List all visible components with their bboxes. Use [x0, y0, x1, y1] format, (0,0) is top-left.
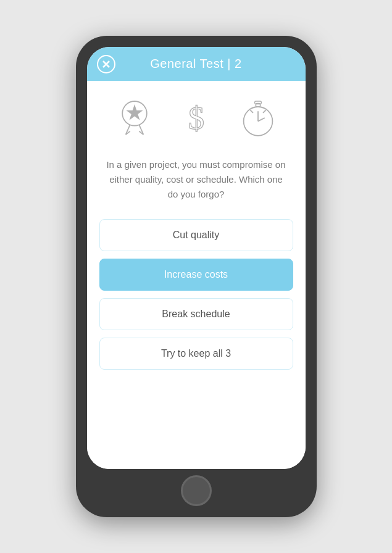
options-list: Cut quality Increase costs Break schedul…	[99, 219, 293, 370]
close-button[interactable]	[97, 55, 115, 73]
svg-text:$: $	[188, 100, 204, 136]
svg-line-15	[263, 110, 266, 113]
svg-line-14	[250, 110, 253, 113]
cost-dollar-icon: $	[174, 96, 219, 140]
option-increase-costs[interactable]: Increase costs	[99, 259, 293, 291]
app-header: General Test | 2	[87, 47, 306, 81]
svg-marker-3	[127, 106, 141, 119]
option-keep-all-3[interactable]: Try to keep all 3	[99, 338, 293, 370]
quality-medal-icon	[112, 96, 157, 140]
schedule-clock-icon	[236, 96, 280, 140]
svg-line-13	[258, 118, 265, 121]
option-cut-quality[interactable]: Cut quality	[99, 219, 293, 251]
option-break-schedule[interactable]: Break schedule	[99, 298, 293, 330]
icons-row: $	[112, 96, 280, 140]
question-text: In a given project, you must compromise …	[99, 157, 293, 202]
header-title: General Test | 2	[150, 57, 241, 71]
main-content: $	[87, 81, 306, 469]
phone-frame: General Test | 2	[76, 36, 317, 517]
phone-screen: General Test | 2	[87, 47, 306, 469]
home-button[interactable]	[181, 475, 212, 506]
